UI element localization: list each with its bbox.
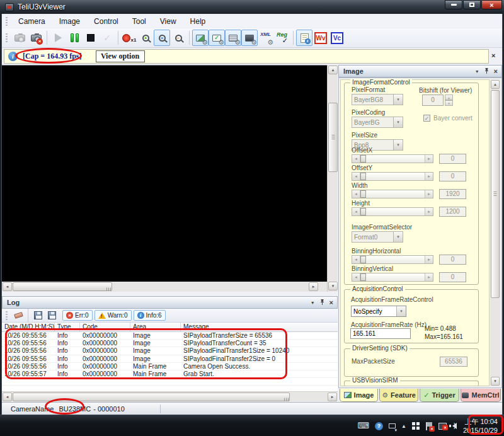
binning-vertical-slider[interactable]: ◂▸ — [352, 273, 433, 282]
menu-image[interactable]: Image — [52, 16, 87, 27]
bayer-convert-checkbox[interactable]: ✓ — [423, 115, 430, 122]
menu-control[interactable]: Control — [87, 16, 125, 27]
chevron-down-icon[interactable]: ▼ — [311, 301, 315, 305]
chevron-down-icon[interactable]: ▼ — [475, 69, 479, 74]
device-settings-button[interactable]: ⚙ — [241, 30, 258, 46]
slider-right-arrow[interactable]: ▸ — [425, 155, 433, 163]
slider-left-arrow[interactable]: ◂ — [352, 256, 360, 263]
spin-down-icon[interactable]: ▾ — [445, 100, 453, 106]
pin-icon[interactable] — [319, 299, 325, 306]
show-hidden-icons-button[interactable]: ▲ — [401, 423, 406, 429]
zoom-fit-button[interactable]: = — [154, 30, 170, 46]
offset-y-slider[interactable]: ◂▸ — [352, 172, 433, 181]
width-slider[interactable]: ◂▸ — [352, 190, 433, 198]
log-row[interactable]: 10/26 09:55:56 Info 0x00000000 Image SIP… — [2, 340, 338, 347]
slider-left-arrow[interactable]: ◂ — [352, 155, 360, 163]
pixel-format-select[interactable]: BayerBG8 ▾ — [352, 94, 403, 105]
filter-warnings-button[interactable]: Warn:0 — [94, 310, 132, 321]
tab-image[interactable]: Image — [340, 389, 378, 402]
trigger-grab-button[interactable]: ✓ — [99, 30, 115, 46]
zoom-in-button[interactable]: + — [137, 30, 154, 46]
slider-left-arrow[interactable]: ◂ — [352, 173, 360, 180]
save-log-button[interactable] — [31, 309, 45, 322]
scroll-down-button[interactable]: ▾ — [328, 282, 338, 290]
menu-tool[interactable]: Tool — [125, 16, 153, 27]
column-code[interactable]: Code — [80, 323, 130, 331]
menubar-grip[interactable] — [6, 17, 8, 26]
image-view-canvas[interactable] — [2, 65, 327, 282]
trigger-settings-button[interactable]: ⚙ — [209, 30, 225, 46]
minimize-button[interactable] — [445, 0, 462, 9]
vertical-scroll-thumb[interactable] — [491, 90, 500, 298]
record-button[interactable]: x1 — [121, 30, 137, 46]
pixel-coding-select[interactable]: BayerBG ▾ — [352, 117, 403, 128]
play-button[interactable] — [50, 30, 66, 46]
close-icon[interactable]: × — [329, 299, 333, 306]
waveform-viewer-button[interactable]: Wv — [312, 30, 329, 46]
log-toolbar-grip[interactable] — [6, 311, 8, 320]
log-panel-header[interactable]: Log ▼ × — [2, 296, 338, 309]
close-button[interactable]: × — [481, 0, 502, 9]
slider-right-arrow[interactable]: ▸ — [425, 208, 433, 215]
column-date[interactable]: Date (M/D H:M:S) — [2, 323, 55, 331]
log-row[interactable]: 10/26 09:55:56 Info 0x00000000 Image SIP… — [2, 355, 338, 363]
log-window-button[interactable] — [296, 30, 312, 46]
acquisition-framerate-control-select[interactable]: NoSpecify ▾ — [351, 306, 406, 317]
scroll-down-button[interactable]: ▾ — [491, 377, 500, 386]
toolbar-grip[interactable] — [6, 33, 8, 42]
save-log-as-button[interactable] — [45, 309, 59, 322]
slider-thumb[interactable] — [360, 190, 366, 198]
acquisition-framerate-input[interactable]: 165.161 — [350, 328, 411, 339]
volume-icon[interactable] — [452, 423, 457, 429]
taskbar-clock[interactable]: 上午 10:04 2015/10/29 — [462, 417, 501, 435]
horizontal-scroll-thumb[interactable] — [13, 282, 112, 291]
slider-right-arrow[interactable]: ▸ — [425, 190, 433, 198]
image-panel-scrollbar[interactable]: ▴ ▾ — [490, 79, 500, 386]
binning-horizontal-slider[interactable]: ◂▸ — [352, 255, 433, 264]
log-row[interactable]: 10/26 09:55:56 Info 0x00000000 Image SIP… — [2, 347, 338, 355]
scroll-left-button[interactable]: ◂ — [3, 393, 12, 401]
pin-icon[interactable] — [484, 68, 490, 74]
memory-settings-button[interactable]: ⚙ — [225, 30, 241, 46]
clear-log-button[interactable] — [11, 309, 25, 322]
vertical-scroll-thumb[interactable] — [328, 103, 338, 172]
tab-memctrl[interactable]: MemCtrl — [461, 389, 501, 402]
column-area[interactable]: Area — [130, 323, 181, 331]
taskbar[interactable]: ⌨ ? ▲ × × 上午 10:04 2015/10/29 — [0, 415, 504, 436]
bitshift-spinner[interactable]: ▴▾ — [445, 95, 453, 106]
image-panel-header[interactable]: Image ▼ × — [338, 65, 502, 77]
slider-thumb[interactable] — [360, 256, 366, 263]
slider-thumb[interactable] — [360, 173, 366, 180]
column-type[interactable]: Type — [55, 323, 80, 331]
keyboard-icon[interactable]: ⌨ — [357, 422, 369, 430]
slider-right-arrow[interactable]: ▸ — [425, 173, 433, 180]
column-message[interactable]: Message — [181, 323, 338, 331]
menu-view[interactable]: View — [153, 16, 183, 27]
view-option-button[interactable]: View option — [96, 50, 145, 62]
close-camera-button[interactable]: × — [28, 30, 44, 46]
image-format-selector-select[interactable]: Format0 ▾ — [352, 231, 403, 243]
slider-right-arrow[interactable]: ▸ — [425, 256, 433, 263]
register-button[interactable]: Reg✓ — [274, 30, 290, 46]
open-camera-button[interactable] — [11, 30, 28, 46]
scroll-right-button[interactable]: ▸ — [328, 393, 337, 401]
tab-feature[interactable]: ⚙Feature — [379, 389, 418, 402]
menu-camera[interactable]: Camera — [11, 16, 52, 27]
log-row[interactable]: 10/26 09:55:56 Info 0x00000000 Image SIP… — [2, 332, 338, 340]
menu-help[interactable]: Help — [183, 16, 213, 27]
scroll-right-button[interactable]: ▸ — [309, 282, 318, 291]
network-status-icon[interactable]: × — [438, 423, 447, 430]
stop-button[interactable] — [83, 30, 99, 46]
horizontal-scroll-thumb[interactable] — [13, 393, 290, 401]
bitshift-value[interactable]: 0 — [422, 95, 444, 106]
log-row[interactable]: 10/26 09:55:56 Info 0x00000000 Main Fram… — [2, 363, 338, 370]
action-center-icon[interactable]: × — [425, 422, 433, 430]
log-row[interactable]: 10/26 09:55:57 Info 0x00000000 Main Fram… — [2, 370, 338, 378]
slider-thumb[interactable] — [360, 155, 366, 163]
xml-button[interactable]: XML⚙ — [258, 30, 274, 46]
help-icon[interactable]: ? — [375, 422, 383, 430]
maximize-button[interactable] — [463, 0, 481, 9]
scroll-up-button[interactable]: ▴ — [491, 80, 500, 89]
safely-remove-hardware-icon[interactable] — [389, 423, 396, 428]
image-settings-button[interactable]: ⚙ — [192, 30, 209, 46]
